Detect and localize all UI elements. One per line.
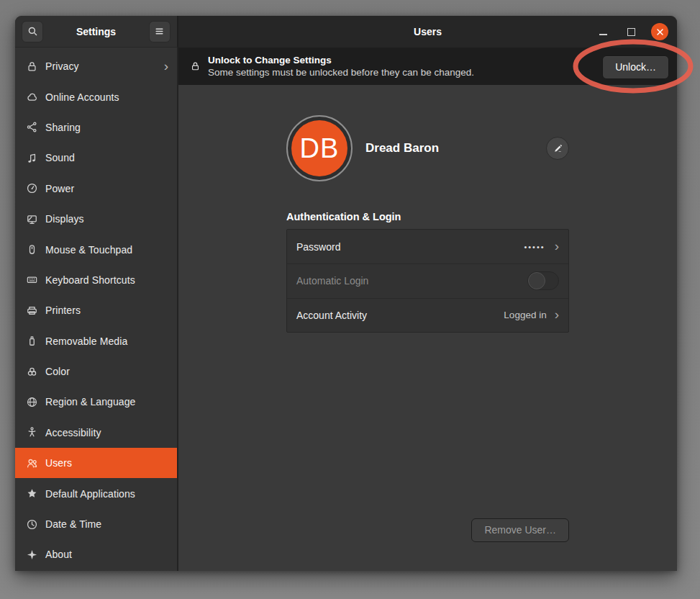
- sidebar-item-label: Printers: [45, 305, 168, 316]
- star-icon: [26, 487, 38, 500]
- sidebar-item-label: Keyboard Shortcuts: [45, 274, 168, 286]
- chevron-right-icon: ›: [555, 239, 559, 253]
- mouse-icon: [26, 243, 38, 256]
- avatar-initials: DB: [291, 120, 347, 176]
- flash-drive-icon: [26, 335, 38, 347]
- automatic-login-row: Automatic Login: [287, 264, 568, 297]
- hamburger-menu-icon: [154, 26, 165, 37]
- color-wheel-icon: [26, 366, 38, 378]
- users-icon: [26, 457, 38, 469]
- accessibility-icon: [26, 426, 38, 438]
- sparkle-icon: [26, 549, 38, 561]
- sidebar-item-about[interactable]: About: [15, 539, 177, 569]
- sidebar-item-label: Users: [45, 457, 168, 469]
- unlock-banner: Unlock to Change Settings Some settings …: [178, 48, 677, 85]
- chevron-right-icon: ›: [164, 59, 168, 73]
- sidebar-item-default-applications[interactable]: Default Applications: [15, 478, 177, 508]
- clock-icon: [26, 518, 38, 531]
- automatic-login-label: Automatic Login: [296, 275, 527, 287]
- rename-user-button[interactable]: [546, 137, 569, 160]
- chevron-right-icon: ›: [555, 307, 559, 321]
- sidebar-item-users[interactable]: Users: [15, 448, 177, 478]
- share-icon: [26, 121, 38, 133]
- cloud-icon: [26, 91, 38, 103]
- search-icon: [27, 26, 38, 37]
- music-note-icon: [26, 152, 38, 164]
- minimize-button[interactable]: [595, 24, 611, 40]
- settings-window-title: Settings: [76, 26, 116, 37]
- sidebar-item-accessibility[interactable]: Accessibility: [15, 418, 177, 448]
- close-icon: [656, 28, 664, 36]
- sidebar-item-label: Mouse & Touchpad: [45, 244, 168, 256]
- sidebar-item-label: Sound: [45, 152, 168, 163]
- password-dots: •••••: [524, 243, 545, 251]
- lock-icon: [26, 60, 38, 73]
- sidebar-item-label: About: [45, 549, 168, 560]
- account-activity-row[interactable]: Account Activity Logged in ›: [287, 298, 568, 332]
- sidebar-item-label: Power: [45, 183, 168, 194]
- sidebar-item-date-time[interactable]: Date & Time: [15, 509, 177, 539]
- titlebar: Settings Users: [15, 16, 677, 48]
- remove-user-button[interactable]: Remove User…: [471, 518, 569, 542]
- unlock-button[interactable]: Unlock…: [602, 55, 669, 79]
- toggle-knob: [528, 272, 545, 289]
- sidebar-item-label: Removable Media: [45, 335, 168, 347]
- sidebar-item-power[interactable]: Power: [15, 174, 177, 204]
- sidebar-item-color[interactable]: Color: [15, 356, 177, 387]
- sidebar-item-region-language[interactable]: Region & Language: [15, 387, 177, 417]
- sidebar-item-displays[interactable]: Displays: [15, 204, 177, 234]
- maximize-button[interactable]: [623, 24, 639, 40]
- automatic-login-toggle[interactable]: [527, 271, 559, 290]
- account-activity-label: Account Activity: [296, 310, 504, 321]
- unlock-banner-subtitle: Some settings must be unlocked before th…: [208, 66, 474, 78]
- sidebar-item-label: Region & Language: [45, 396, 168, 407]
- lock-icon: [190, 60, 201, 72]
- users-page: DB Dread Baron Authentication & Login: [178, 85, 677, 571]
- password-label: Password: [296, 241, 524, 253]
- avatar[interactable]: DB: [286, 115, 353, 181]
- sidebar-item-keyboard-shortcuts[interactable]: Keyboard Shortcuts: [15, 265, 177, 295]
- pencil-icon: [553, 143, 563, 154]
- search-button[interactable]: [22, 21, 43, 42]
- menu-button[interactable]: [149, 21, 171, 42]
- sidebar-item-sound[interactable]: Sound: [15, 143, 177, 173]
- sidebar-item-mouse-touchpad[interactable]: Mouse & Touchpad: [15, 234, 177, 264]
- sidebar-item-label: Default Applications: [45, 488, 168, 500]
- sidebar-item-label: Date & Time: [45, 518, 168, 530]
- sidebar-item-sharing[interactable]: Sharing: [15, 112, 177, 143]
- sidebar-item-label: Color: [45, 366, 168, 377]
- settings-sidebar: Privacy › Online Accounts: [15, 48, 178, 571]
- sidebar-item-privacy[interactable]: Privacy ›: [15, 51, 177, 81]
- sidebar-headerbar: Settings: [15, 16, 178, 48]
- sidebar-item-online-accounts[interactable]: Online Accounts: [15, 81, 177, 112]
- auth-rows: Password ••••• › Automatic Login: [286, 229, 569, 333]
- sidebar-item-removable-media[interactable]: Removable Media: [15, 326, 177, 356]
- auth-section-heading: Authentication & Login: [286, 211, 569, 222]
- user-header: DB Dread Baron: [286, 115, 569, 181]
- sidebar-item-label: Sharing: [45, 122, 168, 133]
- keyboard-icon: [26, 274, 38, 286]
- minimize-icon: [599, 34, 607, 35]
- sidebar-item-label: Privacy: [45, 60, 164, 72]
- close-button[interactable]: [651, 23, 668, 40]
- globe-icon: [26, 396, 38, 408]
- power-gauge-icon: [26, 182, 38, 194]
- main-headerbar: Users: [178, 16, 677, 48]
- sidebar-item-label: Displays: [45, 213, 168, 225]
- settings-window: Settings Users: [15, 16, 677, 571]
- sidebar-item-label: Online Accounts: [45, 91, 168, 103]
- password-row[interactable]: Password ••••• ›: [287, 230, 568, 264]
- user-full-name: Dread Baron: [365, 141, 546, 156]
- account-activity-value: Logged in: [504, 310, 546, 320]
- window-controls: [595, 16, 668, 48]
- unlock-banner-title: Unlock to Change Settings: [208, 54, 474, 66]
- unlock-banner-text: Unlock to Change Settings Some settings …: [208, 54, 474, 78]
- maximize-icon: [627, 28, 635, 36]
- sidebar-item-label: Accessibility: [45, 427, 168, 438]
- sidebar-item-printers[interactable]: Printers: [15, 295, 177, 325]
- desktop-background: Settings Users: [0, 0, 700, 599]
- printer-icon: [26, 305, 38, 317]
- display-icon: [26, 213, 38, 225]
- users-panel: Unlock to Change Settings Some settings …: [178, 48, 677, 571]
